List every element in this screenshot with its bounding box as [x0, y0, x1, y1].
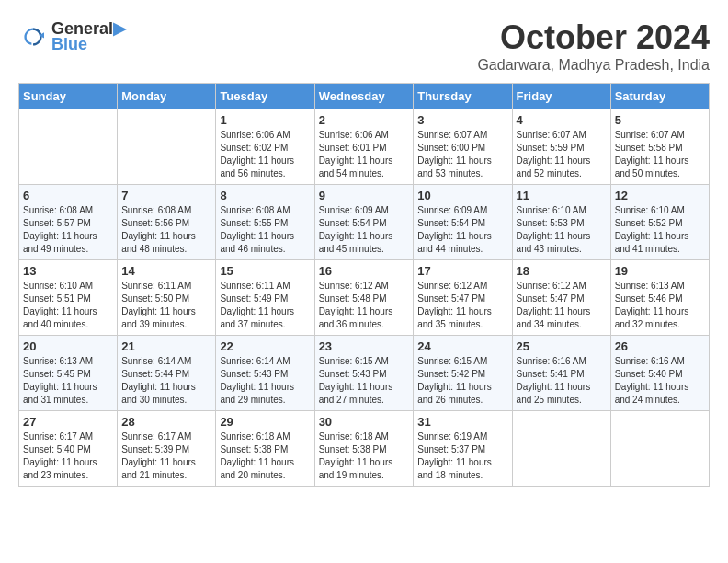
calendar-cell: 9Sunrise: 6:09 AMSunset: 5:54 PMDaylight…	[314, 185, 414, 260]
day-info: Sunrise: 6:11 AMSunset: 5:50 PMDaylight:…	[121, 280, 211, 331]
day-info: Sunrise: 6:06 AMSunset: 6:01 PMDaylight:…	[319, 129, 410, 180]
day-info: Sunrise: 6:18 AMSunset: 5:38 PMDaylight:…	[220, 431, 310, 482]
day-info: Sunrise: 6:19 AMSunset: 5:37 PMDaylight:…	[417, 431, 507, 482]
day-number: 25	[517, 339, 607, 353]
calendar-cell	[19, 109, 118, 185]
day-info: Sunrise: 6:08 AMSunset: 5:56 PMDaylight:…	[121, 204, 211, 256]
calendar-cell: 17Sunrise: 6:12 AMSunset: 5:47 PMDayligh…	[414, 260, 512, 336]
logo-icon	[18, 22, 48, 52]
day-info: Sunrise: 6:09 AMSunset: 5:54 PMDaylight:…	[319, 204, 410, 256]
location-subtitle: Gadarwara, Madhya Pradesh, India	[477, 57, 710, 74]
weekday-header-sunday: Sunday	[19, 84, 118, 109]
day-number: 13	[23, 264, 113, 278]
calendar-cell: 27Sunrise: 6:17 AMSunset: 5:40 PMDayligh…	[19, 411, 118, 487]
calendar-cell: 2Sunrise: 6:06 AMSunset: 6:01 PMDaylight…	[314, 109, 414, 185]
calendar-cell: 6Sunrise: 6:08 AMSunset: 5:57 PMDaylight…	[19, 185, 118, 260]
logo: General▶ Blue	[18, 18, 126, 54]
calendar-cell: 11Sunrise: 6:10 AMSunset: 5:53 PMDayligh…	[512, 185, 610, 260]
day-number: 5	[615, 113, 705, 127]
weekday-header-wednesday: Wednesday	[314, 84, 414, 109]
day-number: 26	[615, 339, 705, 353]
day-info: Sunrise: 6:15 AMSunset: 5:43 PMDaylight:…	[319, 355, 410, 407]
weekday-header-thursday: Thursday	[414, 84, 512, 109]
day-number: 3	[417, 113, 507, 127]
day-info: Sunrise: 6:12 AMSunset: 5:47 PMDaylight:…	[517, 280, 607, 331]
day-info: Sunrise: 6:16 AMSunset: 5:40 PMDaylight:…	[615, 355, 705, 407]
day-info: Sunrise: 6:07 AMSunset: 5:59 PMDaylight:…	[517, 129, 607, 180]
day-info: Sunrise: 6:07 AMSunset: 6:00 PMDaylight:…	[417, 129, 507, 180]
day-number: 21	[121, 339, 211, 353]
day-info: Sunrise: 6:10 AMSunset: 5:53 PMDaylight:…	[517, 204, 607, 256]
day-number: 10	[417, 189, 507, 202]
day-info: Sunrise: 6:16 AMSunset: 5:41 PMDaylight:…	[517, 355, 607, 407]
day-number: 16	[319, 264, 410, 278]
day-number: 8	[220, 189, 310, 202]
page-header: General▶ Blue October 2024 Gadarwara, Ma…	[18, 18, 710, 74]
day-number: 11	[517, 189, 607, 202]
day-info: Sunrise: 6:17 AMSunset: 5:40 PMDaylight:…	[23, 431, 113, 482]
day-info: Sunrise: 6:10 AMSunset: 5:52 PMDaylight:…	[615, 204, 705, 256]
weekday-header-monday: Monday	[118, 84, 216, 109]
week-row-3: 13Sunrise: 6:10 AMSunset: 5:51 PMDayligh…	[19, 260, 710, 336]
day-number: 6	[23, 189, 113, 202]
calendar-cell: 29Sunrise: 6:18 AMSunset: 5:38 PMDayligh…	[216, 411, 314, 487]
day-number: 24	[417, 339, 507, 353]
day-number: 14	[121, 264, 211, 278]
calendar-cell: 3Sunrise: 6:07 AMSunset: 6:00 PMDaylight…	[414, 109, 512, 185]
day-number: 9	[319, 189, 410, 202]
calendar-cell: 21Sunrise: 6:14 AMSunset: 5:44 PMDayligh…	[118, 336, 216, 411]
day-info: Sunrise: 6:14 AMSunset: 5:43 PMDaylight:…	[220, 355, 310, 407]
calendar-cell: 23Sunrise: 6:15 AMSunset: 5:43 PMDayligh…	[314, 336, 414, 411]
week-row-5: 27Sunrise: 6:17 AMSunset: 5:40 PMDayligh…	[19, 411, 710, 487]
day-number: 27	[23, 415, 113, 429]
calendar-cell: 19Sunrise: 6:13 AMSunset: 5:46 PMDayligh…	[610, 260, 709, 336]
day-info: Sunrise: 6:17 AMSunset: 5:39 PMDaylight:…	[121, 431, 211, 482]
day-info: Sunrise: 6:12 AMSunset: 5:47 PMDaylight:…	[417, 280, 507, 331]
day-info: Sunrise: 6:18 AMSunset: 5:38 PMDaylight:…	[319, 431, 410, 482]
calendar-cell: 31Sunrise: 6:19 AMSunset: 5:37 PMDayligh…	[414, 411, 512, 487]
weekday-header-friday: Friday	[512, 84, 610, 109]
day-info: Sunrise: 6:06 AMSunset: 6:02 PMDaylight:…	[220, 129, 310, 180]
calendar-cell: 12Sunrise: 6:10 AMSunset: 5:52 PMDayligh…	[610, 185, 709, 260]
day-info: Sunrise: 6:07 AMSunset: 5:58 PMDaylight:…	[615, 129, 705, 180]
calendar-cell: 18Sunrise: 6:12 AMSunset: 5:47 PMDayligh…	[512, 260, 610, 336]
calendar-cell: 13Sunrise: 6:10 AMSunset: 5:51 PMDayligh…	[19, 260, 118, 336]
calendar-cell: 25Sunrise: 6:16 AMSunset: 5:41 PMDayligh…	[512, 336, 610, 411]
week-row-4: 20Sunrise: 6:13 AMSunset: 5:45 PMDayligh…	[19, 336, 710, 411]
day-number: 12	[615, 189, 705, 202]
calendar-cell: 14Sunrise: 6:11 AMSunset: 5:50 PMDayligh…	[118, 260, 216, 336]
day-number: 20	[23, 339, 113, 353]
calendar-cell: 24Sunrise: 6:15 AMSunset: 5:42 PMDayligh…	[414, 336, 512, 411]
day-number: 17	[417, 264, 507, 278]
weekday-header-tuesday: Tuesday	[216, 84, 314, 109]
calendar-table: SundayMondayTuesdayWednesdayThursdayFrid…	[18, 83, 710, 487]
day-number: 31	[417, 415, 507, 429]
day-number: 2	[319, 113, 410, 127]
calendar-cell: 20Sunrise: 6:13 AMSunset: 5:45 PMDayligh…	[19, 336, 118, 411]
calendar-cell	[118, 109, 216, 185]
weekday-header-row: SundayMondayTuesdayWednesdayThursdayFrid…	[19, 84, 710, 109]
day-number: 4	[517, 113, 607, 127]
calendar-cell: 7Sunrise: 6:08 AMSunset: 5:56 PMDaylight…	[118, 185, 216, 260]
day-number: 7	[121, 189, 211, 202]
day-info: Sunrise: 6:13 AMSunset: 5:46 PMDaylight:…	[615, 280, 705, 331]
calendar-cell: 26Sunrise: 6:16 AMSunset: 5:40 PMDayligh…	[610, 336, 709, 411]
logo-text: General▶ Blue	[51, 18, 126, 54]
day-number: 19	[615, 264, 705, 278]
calendar-cell: 10Sunrise: 6:09 AMSunset: 5:54 PMDayligh…	[414, 185, 512, 260]
day-info: Sunrise: 6:08 AMSunset: 5:55 PMDaylight:…	[220, 204, 310, 256]
day-number: 1	[220, 113, 310, 127]
calendar-cell: 28Sunrise: 6:17 AMSunset: 5:39 PMDayligh…	[118, 411, 216, 487]
calendar-cell: 16Sunrise: 6:12 AMSunset: 5:48 PMDayligh…	[314, 260, 414, 336]
day-info: Sunrise: 6:11 AMSunset: 5:49 PMDaylight:…	[220, 280, 310, 331]
calendar-cell	[610, 411, 709, 487]
week-row-1: 1Sunrise: 6:06 AMSunset: 6:02 PMDaylight…	[19, 109, 710, 185]
day-number: 22	[220, 339, 310, 353]
calendar-cell: 1Sunrise: 6:06 AMSunset: 6:02 PMDaylight…	[216, 109, 314, 185]
calendar-cell: 30Sunrise: 6:18 AMSunset: 5:38 PMDayligh…	[314, 411, 414, 487]
calendar-cell: 22Sunrise: 6:14 AMSunset: 5:43 PMDayligh…	[216, 336, 314, 411]
calendar-cell	[512, 411, 610, 487]
day-number: 15	[220, 264, 310, 278]
title-section: October 2024 Gadarwara, Madhya Pradesh, …	[477, 18, 710, 74]
day-number: 29	[220, 415, 310, 429]
